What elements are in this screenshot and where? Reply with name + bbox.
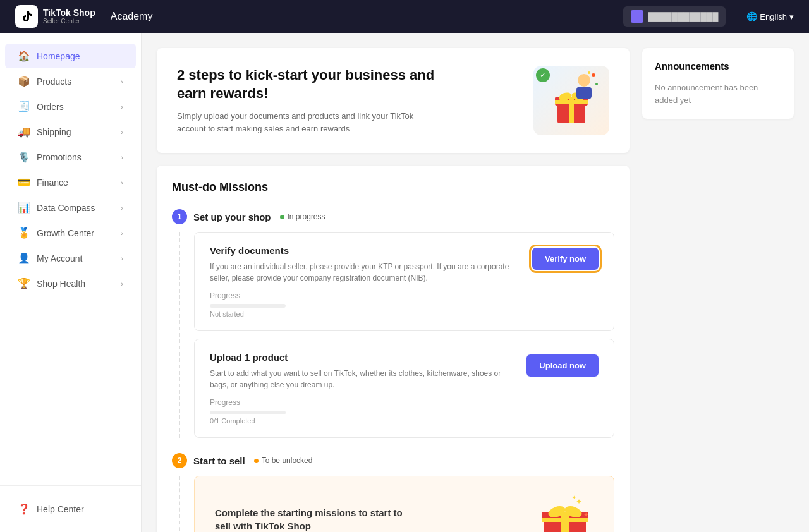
step-1-content: Verify documents If you are an individua… [179, 232, 614, 438]
hero-badge: ✓ [536, 68, 550, 82]
user-avatar [631, 10, 643, 23]
step-1-header: 1 Set up your shop In progress [172, 209, 614, 224]
svg-rect-0 [18, 8, 35, 25]
sidebar-item-left-help-center: ❓ Help Center [18, 503, 84, 515]
upload-now-button[interactable]: Upload now [526, 354, 599, 377]
sidebar-label-my-account: My Account [37, 253, 82, 263]
sidebar-label-finance: Finance [37, 178, 68, 188]
language-label: English [760, 12, 787, 21]
svg-text:✦: ✦ [572, 495, 576, 500]
sidebar-icon-products: 📦 [18, 75, 30, 87]
sidebar-label-growth-center: Growth Center [37, 228, 94, 238]
sidebar: 🏠 Homepage 📦 Products › 🧾 Orders › 🚚 Shi… [0, 33, 142, 532]
user-bar[interactable]: ████████████ [623, 6, 726, 27]
upload-action: Upload now [526, 354, 599, 377]
sidebar-icon-finance: 💳 [18, 176, 30, 188]
hero-text: 2 steps to kick-start your business and … [177, 66, 442, 135]
main-content: 2 steps to kick-start your business and … [142, 33, 809, 532]
svg-text:✦: ✦ [583, 511, 588, 518]
sidebar-chevron-growth-center: › [121, 229, 123, 237]
sidebar-item-products[interactable]: 📦 Products › [5, 69, 136, 94]
left-column: 2 steps to kick-start your business and … [157, 48, 630, 532]
gift-svg: ✦ ✦ ✦ [537, 494, 593, 532]
gift-illustration: ✦ ✦ ✦ [537, 494, 593, 532]
step-1-title: Set up your shop [193, 212, 271, 222]
logo-text: TikTok Shop Seller Center [43, 8, 95, 25]
announcements-card: Announcements No announcement has been a… [642, 48, 794, 119]
verify-progress: Progress Not started [210, 291, 522, 318]
logo-line2: Seller Center [43, 18, 95, 25]
svg-point-7 [578, 74, 590, 87]
hero-card: 2 steps to kick-start your business and … [157, 48, 630, 153]
hero-image: ✓ [533, 66, 609, 135]
language-selector[interactable]: 🌐 English ▾ [746, 11, 794, 21]
verify-now-button[interactable]: Verify now [532, 248, 599, 270]
sidebar-item-orders[interactable]: 🧾 Orders › [5, 94, 136, 119]
sidebar-label-homepage: Homepage [37, 51, 80, 61]
step-2-content: Complete the starting missions to start … [179, 476, 614, 532]
sidebar-item-left-shop-health: 🏆 Shop Health [18, 277, 85, 289]
sidebar-chevron-finance: › [121, 179, 123, 186]
sidebar-item-help-center[interactable]: ❓ Help Center [5, 497, 136, 521]
step-2-number: 2 [172, 453, 187, 468]
sidebar-footer: ❓ Help Center [0, 485, 141, 522]
sidebar-item-left-my-account: 👤 My Account [18, 252, 82, 264]
sidebar-item-left-finance: 💳 Finance [18, 176, 68, 188]
svg-point-9 [592, 73, 595, 77]
missions-title: Must-do Missions [172, 181, 614, 194]
announcements-title: Announcements [655, 61, 781, 71]
sidebar-item-left-data-compass: 📊 Data Compass [18, 202, 95, 214]
sidebar-item-growth-center[interactable]: 🏅 Growth Center › [5, 221, 136, 245]
step-1-status-dot [280, 215, 284, 219]
svg-rect-4 [555, 100, 588, 104]
svg-rect-15 [542, 518, 588, 522]
sidebar-label-data-compass: Data Compass [37, 203, 95, 213]
sidebar-item-left-homepage: 🏠 Homepage [18, 50, 80, 62]
sidebar-item-left-orders: 🧾 Orders [18, 100, 64, 112]
sidebar-chevron-orders: › [121, 103, 123, 111]
content-grid: 2 steps to kick-start your business and … [157, 48, 794, 532]
sidebar-item-shipping[interactable]: 🚚 Shipping › [5, 119, 136, 144]
header-left: TikTok Shop Seller Center Academy [15, 5, 152, 28]
sidebar-icon-shop-health: 🏆 [18, 277, 30, 289]
verify-progress-label: Progress [210, 291, 522, 300]
step-1-number: 1 [172, 209, 187, 224]
hero-illustration [540, 69, 603, 132]
missions-section: Must-do Missions 1 Set up your shop In p… [157, 166, 630, 532]
mission-step-2: 2 Start to sell To be unlocked Complete … [172, 453, 614, 532]
step-2-status: To be unlocked [254, 456, 313, 465]
page-title: Academy [111, 11, 153, 22]
sidebar-icon-my-account: 👤 [18, 252, 30, 264]
logo-line1: TikTok Shop [43, 8, 95, 18]
locked-card: Complete the starting missions to start … [194, 476, 614, 532]
app-body: 🏠 Homepage 📦 Products › 🧾 Orders › 🚚 Shi… [0, 33, 809, 532]
no-announcement-text: No announcement has been added yet [655, 82, 781, 106]
svg-point-10 [595, 83, 598, 85]
step-2-status-text: To be unlocked [262, 456, 313, 465]
sidebar-item-shop-health[interactable]: 🏆 Shop Health › [5, 271, 136, 296]
upload-product-title: Upload 1 product [210, 352, 516, 363]
sidebar-chevron-shop-health: › [121, 280, 123, 287]
sidebar-item-my-account[interactable]: 👤 My Account › [5, 246, 136, 270]
sidebar-chevron-data-compass: › [121, 204, 123, 212]
globe-icon: 🌐 [746, 11, 757, 21]
mission-step-1: 1 Set up your shop In progress V [172, 209, 614, 438]
sidebar-item-finance[interactable]: 💳 Finance › [5, 170, 136, 195]
logo[interactable]: TikTok Shop Seller Center [15, 5, 95, 28]
verify-action: Verify now [532, 248, 599, 270]
verify-documents-card: Verify documents If you are an individua… [194, 232, 614, 331]
step-2-title: Start to sell [193, 456, 245, 466]
upload-progress: Progress 0/1 Completed [210, 398, 516, 425]
sidebar-icon-help-center: ❓ [18, 503, 30, 515]
sidebar-label-help-center: Help Center [37, 504, 84, 514]
chevron-down-icon: ▾ [789, 12, 794, 21]
sidebar-item-promotions[interactable]: 🎙️ Promotions › [5, 145, 136, 169]
sidebar-item-left-shipping: 🚚 Shipping [18, 126, 71, 138]
verify-progress-bar-wrap [210, 304, 286, 308]
svg-text:✦: ✦ [576, 497, 582, 506]
sidebar-item-data-compass[interactable]: 📊 Data Compass › [5, 195, 136, 220]
sidebar-item-homepage[interactable]: 🏠 Homepage [5, 44, 136, 68]
upload-progress-bar-wrap [210, 411, 286, 414]
tiktok-logo-icon [15, 5, 38, 28]
header-right: ████████████ 🌐 English ▾ [623, 6, 794, 27]
